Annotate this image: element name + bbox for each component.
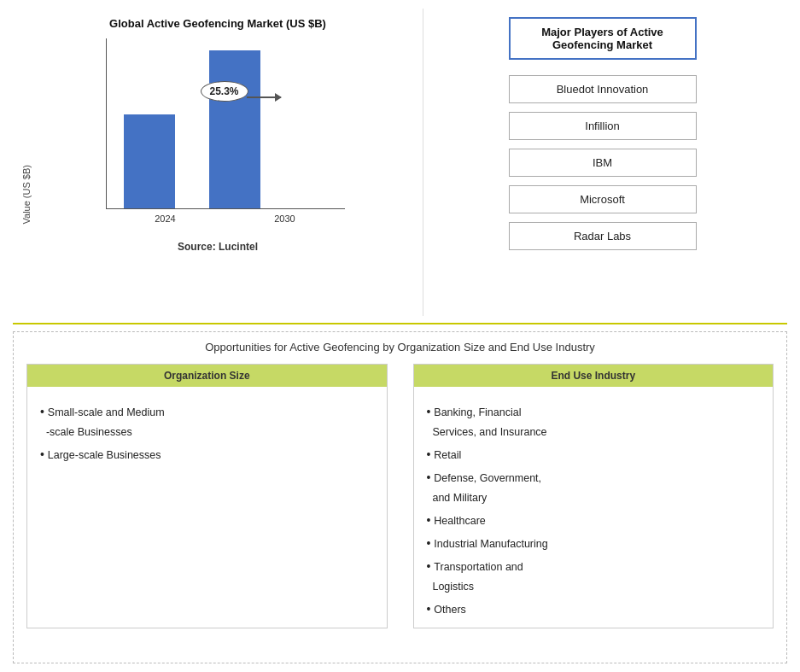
- end-use-column: End Use Industry Banking, Financial Serv…: [413, 364, 774, 628]
- bar-group-2024: [124, 114, 175, 208]
- player-item-4: Microsoft: [509, 185, 697, 213]
- chart-content: 25.3% 2024: [36, 38, 414, 224]
- y-axis-label: Value (US $B): [21, 165, 32, 225]
- end-use-item-6: Transportation and Logistics: [427, 555, 761, 598]
- players-title: Major Players of Active Geofencing Marke…: [509, 17, 697, 60]
- org-size-item-1: Small-scale and Medium -scale Businesses: [40, 400, 374, 443]
- player-item-1: Bluedot Innovation: [509, 75, 697, 103]
- player-item-5: Radar Labs: [509, 222, 697, 250]
- bar-2024: [124, 114, 175, 208]
- end-use-item-4: Healthcare: [427, 509, 761, 532]
- end-use-header: End Use Industry: [414, 365, 774, 387]
- chart-area: Global Active Geofencing Market (US $B) …: [13, 9, 423, 316]
- end-use-item-1: Banking, Financial Services, and Insuran…: [427, 400, 761, 443]
- players-area: Major Players of Active Geofencing Marke…: [423, 9, 781, 316]
- chart-title: Global Active Geofencing Market (US $B): [109, 17, 326, 30]
- bottom-section: Opportunities for Active Geofencing by O…: [13, 331, 787, 663]
- bottom-title: Opportunities for Active Geofencing by O…: [26, 341, 774, 354]
- arrow-line: [247, 96, 281, 98]
- annotation: 25.3%: [201, 81, 248, 102]
- chart-wrapper: Value (US $B) 25.3%: [21, 38, 414, 224]
- org-size-item-2: Large-scale Businesses: [40, 443, 374, 466]
- bars-container: 25.3%: [106, 38, 345, 209]
- player-item-2: Infillion: [509, 112, 697, 140]
- cagr-label: 25.3%: [201, 81, 248, 102]
- main-container: Global Active Geofencing Market (US $B) …: [0, 0, 800, 672]
- end-use-list: Banking, Financial Services, and Insuran…: [414, 394, 774, 628]
- top-section: Global Active Geofencing Market (US $B) …: [13, 9, 787, 324]
- org-size-column: Organization Size Small-scale and Medium…: [26, 364, 388, 628]
- bar-2030: [209, 50, 260, 208]
- end-use-item-5: Industrial Manufacturing: [427, 532, 761, 555]
- bar-label-2024: 2024: [155, 213, 175, 224]
- end-use-item-3: Defense, Government, and Military: [427, 466, 761, 509]
- player-item-3: IBM: [509, 149, 697, 177]
- bar-label-2030: 2030: [274, 213, 295, 224]
- end-use-item-2: Retail: [427, 443, 761, 466]
- end-use-item-7: Others: [427, 598, 761, 621]
- bar-group-2030: [209, 50, 260, 208]
- source-text: Source: Lucintel: [178, 241, 258, 253]
- org-size-header: Organization Size: [27, 365, 387, 387]
- org-size-list: Small-scale and Medium -scale Businesses…: [27, 394, 387, 473]
- bottom-columns: Organization Size Small-scale and Medium…: [26, 364, 774, 628]
